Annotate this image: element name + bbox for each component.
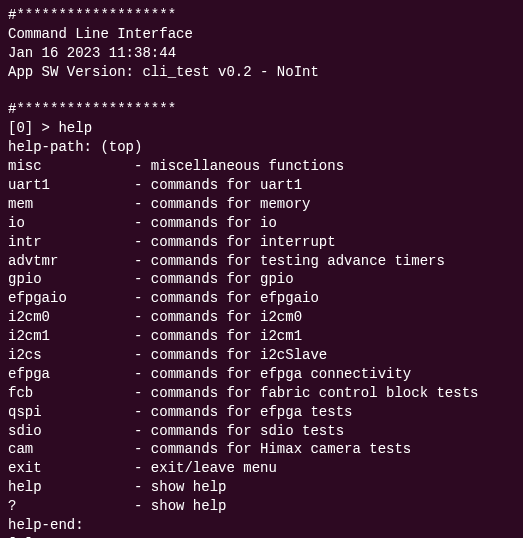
blank-line: [8, 82, 515, 101]
help-item: i2cs - commands for i2cSlave: [8, 346, 515, 365]
help-item: i2cm1 - commands for i2cm1: [8, 327, 515, 346]
help-item: sdio - commands for sdio tests: [8, 422, 515, 441]
help-end: help-end:: [8, 516, 515, 535]
help-item: io - commands for io: [8, 214, 515, 233]
help-item: help - show help: [8, 478, 515, 497]
help-item: efpgaio - commands for efpgaio: [8, 289, 515, 308]
help-item: misc - miscellaneous functions: [8, 157, 515, 176]
help-item: i2cm0 - commands for i2cm0: [8, 308, 515, 327]
help-item: mem - commands for memory: [8, 195, 515, 214]
help-item: ? - show help: [8, 497, 515, 516]
help-item: fcb - commands for fabric control block …: [8, 384, 515, 403]
app-title: Command Line Interface: [8, 25, 515, 44]
help-item: uart1 - commands for uart1: [8, 176, 515, 195]
terminal-output: #******************* Command Line Interf…: [8, 6, 515, 538]
prompt-prefix: [0] >: [8, 120, 58, 136]
datetime: Jan 16 2023 11:38:44: [8, 44, 515, 63]
prompt-line: [0] > help: [8, 119, 515, 138]
separator-top: #*******************: [8, 6, 515, 25]
version-line: App SW Version: cli_test v0.2 - NoInt: [8, 63, 515, 82]
help-item: efpga - commands for efpga connectivity: [8, 365, 515, 384]
help-item: qspi - commands for efpga tests: [8, 403, 515, 422]
help-item: advtmr - commands for testing advance ti…: [8, 252, 515, 271]
separator-bottom: #*******************: [8, 100, 515, 119]
help-list: misc - miscellaneous functionsuart1 - co…: [8, 157, 515, 516]
help-item: intr - commands for interrupt: [8, 233, 515, 252]
help-item: exit - exit/leave menu: [8, 459, 515, 478]
help-path: help-path: (top): [8, 138, 515, 157]
help-item: cam - commands for Himax camera tests: [8, 440, 515, 459]
help-item: gpio - commands for gpio: [8, 270, 515, 289]
entered-command: help: [58, 120, 92, 136]
